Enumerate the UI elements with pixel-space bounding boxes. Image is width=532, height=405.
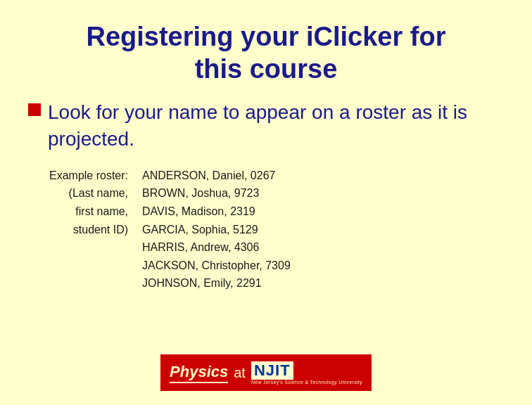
slide: Registering your iClicker for this cours… [0,0,532,405]
example-label: Example roster: (Last name, first name, … [49,167,128,292]
footer-tagline: New Jersey's Science & Technology Univer… [251,380,362,385]
roster-entry: HARRIS, Andrew, 4306 [142,238,291,257]
footer-banner: Physics at NJIT New Jersey's Science & T… [160,354,372,391]
roster-entry: JACKSON, Christopher, 7309 [142,257,291,275]
example-label-line4: student ID) [49,221,128,239]
bullet-text: Look for your name to appear on a roster… [48,99,504,153]
example-label-line1: Example roster: [49,167,128,185]
footer-at-label: at [234,365,246,381]
example-label-line2: (Last name, [49,184,128,202]
roster-entry: ANDERSON, Daniel, 0267 [142,167,291,185]
example-section: Example roster: (Last name, first name, … [49,167,504,292]
roster-entry: GARCIA, Sophia, 5129 [142,221,291,239]
example-label-line3: first name, [49,202,128,221]
roster-list: ANDERSON, Daniel, 0267BROWN, Joshua, 972… [142,167,291,292]
bullet-icon [28,103,41,116]
footer-physics-label: Physics [170,363,228,383]
roster-entry: JOHNSON, Emily, 2291 [142,274,291,292]
title-line2: this course [28,53,504,86]
title-line1: Registering your iClicker for [28,21,504,53]
slide-title: Registering your iClicker for this cours… [28,21,504,85]
footer-njit-block: NJIT New Jersey's Science & Technology U… [251,361,362,385]
roster-entry: DAVIS, Madison, 2319 [142,202,291,221]
roster-entry: BROWN, Joshua, 9723 [142,184,291,202]
footer-njit-label: NJIT [251,361,293,380]
bullet-section: Look for your name to appear on a roster… [28,99,504,153]
